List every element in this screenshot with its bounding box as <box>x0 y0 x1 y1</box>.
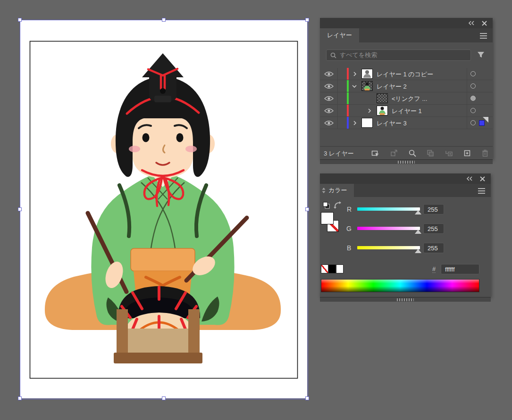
locate-object-icon[interactable] <box>371 149 380 157</box>
layer-row-5[interactable]: レイヤー 3 <box>320 117 493 129</box>
slider-value-b[interactable]: 255 <box>423 243 444 253</box>
layer-row-3[interactable]: <リンクフ ... <box>320 92 493 105</box>
new-layer-icon[interactable] <box>463 149 471 157</box>
placed-artwork-illustration[interactable] <box>20 20 307 398</box>
layers-panel-titlebar <box>320 18 493 28</box>
slider-handle-g[interactable] <box>415 230 421 234</box>
layer-thumbnail[interactable] <box>361 69 373 79</box>
layers-tabstrip: レイヤー <box>320 28 493 42</box>
search-placeholder: すべてを検索 <box>340 51 377 59</box>
chevron-down-icon[interactable] <box>352 84 357 88</box>
layer-name[interactable]: <リンクフ ... <box>392 95 427 103</box>
chevron-right-icon[interactable] <box>368 108 371 113</box>
selection-handle-top-right[interactable] <box>305 18 309 22</box>
hex-label: # <box>432 265 436 273</box>
collapse-panel-icon[interactable] <box>466 176 473 181</box>
panel-cycle-icon[interactable] <box>322 188 326 193</box>
slider-label-g: G <box>346 225 352 232</box>
layer-color-bar <box>347 105 349 116</box>
tab-color-label: カラー <box>328 186 347 195</box>
visibility-eye-icon[interactable] <box>324 108 334 114</box>
collapse-panel-icon[interactable] <box>468 21 475 25</box>
close-icon[interactable] <box>480 176 485 181</box>
chevron-right-icon[interactable] <box>353 72 357 76</box>
color-spectrum-bar[interactable] <box>321 279 479 292</box>
layer-count-label: 3 レイヤー <box>324 149 354 158</box>
tab-color[interactable]: カラー <box>320 184 354 197</box>
swatch-black[interactable] <box>328 264 336 273</box>
visibility-eye-icon[interactable] <box>324 96 334 101</box>
swatch-none[interactable] <box>321 264 328 273</box>
layer-thumbnail[interactable] <box>377 106 388 115</box>
layers-panel: レイヤー すべてを検索 レイヤー 1 のコピー レイヤー 2 <box>320 18 493 159</box>
color-panel-titlebar <box>320 173 491 184</box>
selection-handle-mid-right[interactable] <box>305 207 309 211</box>
target-circle-filled[interactable] <box>470 96 476 101</box>
tab-layers-label: レイヤー <box>327 31 352 40</box>
layers-search-input[interactable]: すべてを検索 <box>326 49 471 61</box>
target-circle[interactable] <box>470 71 476 76</box>
search-layers-icon[interactable] <box>408 149 417 157</box>
color-panel: カラー R 255 G 255 B 255 # ffffff <box>320 173 491 297</box>
layer-color-bar <box>347 92 349 104</box>
swatch-white[interactable] <box>336 264 344 273</box>
target-circle[interactable] <box>470 120 476 125</box>
selection-handle-bottom-center[interactable] <box>162 396 166 400</box>
layer-thumbnail[interactable] <box>377 93 388 103</box>
layer-row-1[interactable]: レイヤー 1 のコピー <box>320 68 493 80</box>
layer-color-bar <box>347 68 349 80</box>
slider-value-r[interactable]: 255 <box>423 204 444 214</box>
layer-name[interactable]: レイヤー 1 のコピー <box>377 70 433 79</box>
slider-handle-b[interactable] <box>415 249 421 253</box>
layer-row-2[interactable]: レイヤー 2 <box>320 80 493 92</box>
slider-label-b: B <box>347 244 351 252</box>
target-circle[interactable] <box>470 83 476 89</box>
export-icon[interactable] <box>390 149 398 157</box>
visibility-eye-icon[interactable] <box>324 83 334 89</box>
layer-color-bar <box>347 117 349 129</box>
selection-handle-bottom-right[interactable] <box>305 396 309 400</box>
tab-layers[interactable]: レイヤー <box>320 28 359 42</box>
illustrator-workspace: { "canvas": { "selection_color": "#6a6ac… <box>0 0 512 420</box>
swap-fill-stroke-icon[interactable] <box>333 201 342 209</box>
slider-track-r[interactable] <box>357 207 420 211</box>
fill-swatch[interactable] <box>321 212 334 224</box>
color-tabstrip: カラー <box>320 184 491 197</box>
layer-color-bar <box>347 80 349 92</box>
layers-panel-resize-grip[interactable] <box>320 159 493 164</box>
color-panel-resize-grip[interactable] <box>320 297 491 302</box>
filter-funnel-icon[interactable] <box>477 51 485 59</box>
slider-label-r: R <box>347 206 352 213</box>
slider-track-b[interactable] <box>357 246 420 249</box>
layer-row-4[interactable]: レイヤー 1 <box>320 105 493 117</box>
visibility-eye-icon[interactable] <box>324 71 334 77</box>
layer-name[interactable]: レイヤー 3 <box>377 119 407 128</box>
chevron-right-icon[interactable] <box>353 121 357 125</box>
slider-track-g[interactable] <box>357 227 420 230</box>
make-clipping-mask-icon[interactable] <box>426 149 435 157</box>
target-circle[interactable] <box>470 108 476 113</box>
current-layer-corner-marker <box>483 117 488 123</box>
hex-input[interactable]: ffffff <box>441 264 479 274</box>
layer-name[interactable]: レイヤー 1 <box>392 107 422 115</box>
slider-handle-r[interactable] <box>415 210 421 214</box>
search-icon <box>330 52 336 58</box>
selection-handle-top-center[interactable] <box>162 18 166 22</box>
selection-handle-top-left[interactable] <box>18 18 22 22</box>
visibility-eye-icon[interactable] <box>324 120 334 126</box>
layers-footer: 3 レイヤー <box>320 146 493 160</box>
selection-handle-bottom-left[interactable] <box>18 396 22 400</box>
delete-trash-icon[interactable] <box>481 149 489 157</box>
panel-menu-icon[interactable] <box>478 188 485 194</box>
artboard[interactable] <box>20 20 307 398</box>
layer-thumbnail[interactable] <box>361 118 373 128</box>
layer-thumbnail[interactable] <box>361 81 373 91</box>
new-sublayer-icon[interactable] <box>445 149 453 157</box>
layer-name[interactable]: レイヤー 2 <box>377 82 407 91</box>
slider-value-g[interactable]: 255 <box>423 223 444 234</box>
panel-menu-icon[interactable] <box>480 33 487 39</box>
default-fill-stroke-icon[interactable] <box>323 202 330 209</box>
selection-handle-mid-left[interactable] <box>18 207 22 211</box>
close-icon[interactable] <box>482 21 487 26</box>
